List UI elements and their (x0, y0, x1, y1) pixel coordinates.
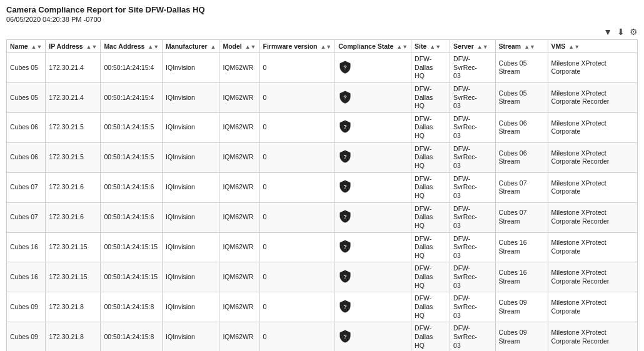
cell-name: Cubes 05 (7, 82, 46, 112)
cell-firmware: 0 (259, 322, 335, 351)
cell-server: DFW-SvrRec-03 (450, 262, 496, 292)
col-site[interactable]: Site ▲▼ (411, 40, 450, 53)
col-ip[interactable]: IP Address ▲▼ (46, 40, 101, 53)
cell-mac: 00:50:1A:24:15:6 (101, 202, 163, 232)
cell-compliance: ? (335, 142, 411, 172)
cell-site: DFW-DallasHQ (411, 53, 450, 83)
cell-site: DFW-DallasHQ (411, 142, 450, 172)
col-manufacturer[interactable]: Manufacturer ▲ (163, 40, 219, 53)
compliance-shield-icon: ? (338, 269, 352, 283)
cell-vms: Milestone XProtect Corporate (548, 172, 637, 202)
cell-firmware: 0 (259, 142, 335, 172)
cell-name: Cubes 06 (7, 142, 46, 172)
table-row: Cubes 07172.30.21.600:50:1A:24:15:6IQInv… (7, 202, 638, 232)
col-vms[interactable]: VMS ▲▼ (548, 40, 637, 53)
cell-server: DFW-SvrRec-03 (450, 232, 496, 262)
cell-mac: 00:50:1A:24:15:8 (101, 292, 163, 322)
cell-site: DFW-DallasHQ (411, 172, 450, 202)
cell-vms: Milestone XProtect Corporate (548, 232, 637, 262)
col-server[interactable]: Server ▲▼ (450, 40, 496, 53)
svg-text:?: ? (344, 124, 347, 130)
cell-vms: Milestone XProtect Corporate (548, 292, 637, 322)
cell-site: DFW-DallasHQ (411, 292, 450, 322)
cell-server: DFW-SvrRec-03 (450, 292, 496, 322)
cell-ip: 172.30.21.5 (46, 142, 101, 172)
cell-stream: Cubes 09 Stream (495, 292, 548, 322)
cell-mac: 00:50:1A:24:15:4 (101, 53, 163, 83)
cell-mac: 00:50:1A:24:15:15 (101, 232, 163, 262)
download-icon[interactable]: ⬇ (617, 27, 625, 37)
table-row: Cubes 05172.30.21.400:50:1A:24:15:4IQInv… (7, 82, 638, 112)
cell-firmware: 0 (259, 202, 335, 232)
col-model[interactable]: Model ▲▼ (219, 40, 259, 53)
cell-firmware: 0 (259, 53, 335, 83)
cell-ip: 172.30.21.15 (46, 232, 101, 262)
table-row: Cubes 16172.30.21.1500:50:1A:24:15:15IQI… (7, 262, 638, 292)
sort-arrow-firmware: ▲▼ (320, 44, 331, 50)
compliance-shield-icon: ? (338, 60, 352, 74)
cell-site: DFW-DallasHQ (411, 112, 450, 142)
cell-stream: Cubes 06 Stream (495, 142, 548, 172)
settings-icon[interactable]: ⚙ (630, 27, 638, 37)
compliance-shield-icon: ? (338, 119, 352, 133)
cell-name: Cubes 16 (7, 232, 46, 262)
report-subtitle: 06/05/2020 04:20:38 PM -0700 (6, 16, 638, 23)
cell-firmware: 0 (259, 172, 335, 202)
cell-site: DFW-DallasHQ (411, 82, 450, 112)
cell-name: Cubes 07 (7, 202, 46, 232)
col-compliance[interactable]: Compliance State ▲▼ (335, 40, 411, 53)
sort-arrow-compliance: ▲▼ (396, 44, 408, 50)
sort-arrow-server: ▲▼ (477, 44, 488, 50)
svg-text:?: ? (344, 304, 347, 310)
report-title: Camera Compliance Report for Site DFW-Da… (6, 5, 638, 14)
cell-server: DFW-SvrRec-03 (450, 172, 496, 202)
table-row: Cubes 07172.30.21.600:50:1A:24:15:6IQInv… (7, 172, 638, 202)
svg-text:?: ? (344, 214, 347, 220)
cell-model: IQM62WR (219, 292, 259, 322)
sort-arrow-mac: ▲▼ (148, 44, 159, 50)
svg-text:?: ? (344, 154, 347, 160)
cell-vms: Milestone XProtect Corporate Recorder (548, 142, 637, 172)
svg-text:?: ? (344, 334, 347, 340)
cell-compliance: ? (335, 82, 411, 112)
cell-server: DFW-SvrRec-03 (450, 82, 496, 112)
cell-stream: Cubes 06 Stream (495, 112, 548, 142)
cell-vms: Milestone XProtect Corporate (548, 53, 637, 83)
table-row: Cubes 06172.30.21.500:50:1A:24:15:5IQInv… (7, 142, 638, 172)
cell-site: DFW-DallasHQ (411, 322, 450, 351)
cell-manufacturer: IQInvision (163, 53, 219, 83)
cell-ip: 172.30.21.8 (46, 322, 101, 351)
filter-icon[interactable]: ▼ (603, 27, 612, 37)
compliance-shield-icon: ? (338, 90, 352, 104)
cell-ip: 172.30.21.15 (46, 262, 101, 292)
svg-text:?: ? (344, 274, 347, 280)
svg-text:?: ? (344, 94, 347, 100)
cell-vms: Milestone XProtect Corporate Recorder (548, 262, 637, 292)
cell-mac: 00:50:1A:24:15:4 (101, 82, 163, 112)
col-mac[interactable]: Mac Address ▲▼ (101, 40, 163, 53)
cell-model: IQM62WR (219, 202, 259, 232)
cell-ip: 172.30.21.6 (46, 172, 101, 202)
compliance-table: Name ▲▼ IP Address ▲▼ Mac Address ▲▼ Man… (6, 39, 638, 351)
cell-manufacturer: IQInvision (163, 232, 219, 262)
cell-firmware: 0 (259, 232, 335, 262)
cell-mac: 00:50:1A:24:15:6 (101, 172, 163, 202)
cell-vms: Milestone XProtect Corporate Recorder (548, 82, 637, 112)
col-stream[interactable]: Stream ▲▼ (495, 40, 548, 53)
cell-site: DFW-DallasHQ (411, 202, 450, 232)
cell-server: DFW-SvrRec-03 (450, 112, 496, 142)
cell-manufacturer: IQInvision (163, 142, 219, 172)
col-name[interactable]: Name ▲▼ (7, 40, 46, 53)
cell-manufacturer: IQInvision (163, 112, 219, 142)
cell-model: IQM62WR (219, 112, 259, 142)
col-firmware[interactable]: Firmware version ▲▼ (259, 40, 335, 53)
cell-name: Cubes 07 (7, 172, 46, 202)
compliance-shield-icon: ? (338, 149, 352, 163)
cell-model: IQM62WR (219, 142, 259, 172)
cell-name: Cubes 09 (7, 292, 46, 322)
cell-manufacturer: IQInvision (163, 322, 219, 351)
cell-stream: Cubes 16 Stream (495, 262, 548, 292)
cell-mac: 00:50:1A:24:15:15 (101, 262, 163, 292)
cell-stream: Cubes 07 Stream (495, 202, 548, 232)
cell-stream: Cubes 05 Stream (495, 53, 548, 83)
